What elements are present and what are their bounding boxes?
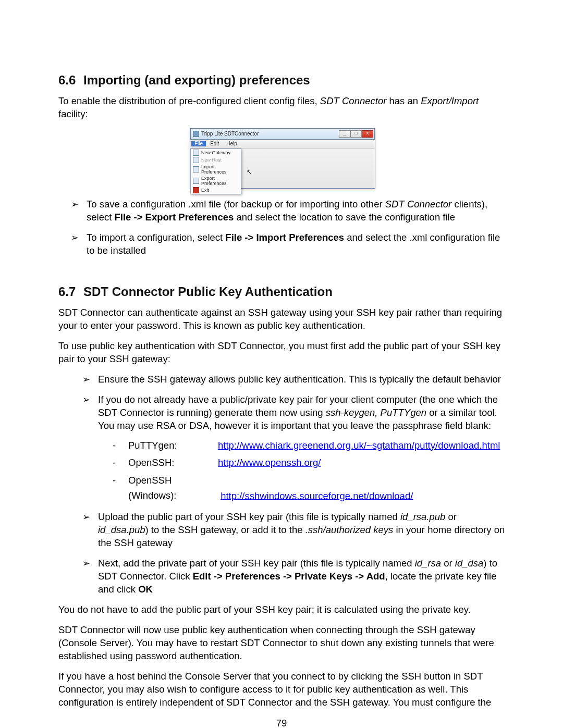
menubar: File Edit Help [190, 140, 375, 149]
text: Next, add the private part of your SSH k… [98, 558, 415, 569]
heading-number: 6.6 [58, 73, 83, 88]
menu-item-label: Export Preferences [201, 176, 239, 186]
menu-item-label: Exit [201, 188, 209, 193]
menu-item-new-gateway[interactable]: New Gateway [191, 149, 241, 156]
figure-sdtconnector-window: Tripp Lite SDTConnector _ □ X File Edit … [190, 128, 375, 189]
menu-item-label: New Host [201, 157, 222, 163]
app-icon [193, 131, 199, 137]
menu-item-label: Import Preferences [201, 164, 239, 175]
paragraph-6-7-1: SDT Connector can authenticate against a… [58, 306, 507, 332]
menu-file[interactable]: File [191, 141, 206, 146]
text-bold: Edit -> Preferences -> Private Keys -> A… [193, 571, 385, 582]
window-controls: _ □ X [339, 130, 373, 138]
text: To save a configuration .xml file (for b… [87, 199, 385, 209]
menu-help[interactable]: Help [223, 141, 240, 146]
link-openssh[interactable]: http://www.openssh.org/ [218, 457, 321, 468]
menu-item-new-host: New Host [191, 156, 241, 164]
link-puttygen[interactable]: http://www.chiark.greenend.org.uk/~sgtat… [218, 440, 500, 451]
text: Upload the public part of your SSH key p… [98, 511, 400, 522]
link-row-openssh: OpenSSH:http://www.openssh.org/ [113, 455, 507, 471]
bullets-6-6: To save a configuration .xml file (for b… [58, 198, 507, 257]
text-italic: id_rsa.pub [400, 511, 445, 522]
text: To enable the distribution of pre-config… [58, 95, 320, 106]
paragraph-post-1: You do not have to add the public part o… [58, 603, 507, 616]
text-italic: SDT Connector [385, 199, 452, 209]
text-italic: id_rsa [415, 558, 441, 569]
app-window: Tripp Lite SDTConnector _ □ X File Edit … [190, 128, 375, 189]
gateway-icon [193, 150, 199, 156]
window-title: Tripp Lite SDTConnector [201, 131, 337, 137]
host-icon [193, 157, 199, 163]
export-icon [193, 178, 199, 184]
heading-6-7: 6.7SDT Connector Public Key Authenticati… [58, 285, 507, 299]
link-row-puttygen: PuTTYgen:http://www.chiark.greenend.org.… [113, 438, 507, 453]
bullet-import: To import a configuration, select File -… [74, 231, 507, 257]
text-bold: OK [138, 584, 153, 595]
menu-item-label: New Gateway [201, 150, 230, 155]
import-icon [193, 166, 199, 172]
document-page: 6.6Importing (and exporting) preferences… [0, 0, 563, 728]
maximize-button[interactable]: □ [350, 130, 362, 138]
text: or [441, 558, 455, 569]
intro-paragraph-6-6: To enable the distribution of pre-config… [58, 95, 507, 121]
heading-number: 6.7 [58, 285, 83, 299]
text-italic: .ssh/authorized keys [305, 524, 394, 535]
link-openssh-windows[interactable]: http://sshwindows.sourceforge.net/downlo… [221, 490, 413, 501]
text: facility: [58, 108, 88, 119]
text: ) to the SSH gateway, or add it to the [145, 524, 305, 535]
text-italic: id_dsa [455, 558, 484, 569]
cursor-icon: ↖ [247, 168, 252, 176]
exit-icon [193, 187, 199, 193]
paragraph-post-3: If you have a host behind the Console Se… [58, 670, 507, 709]
menu-edit[interactable]: Edit [207, 141, 222, 146]
window-client-area: New Gateway New Host Import Preferences … [190, 149, 375, 188]
tool-links: PuTTYgen:http://www.chiark.greenend.org.… [98, 438, 507, 503]
bullet-add-private: Next, add the private part of your SSH k… [85, 557, 507, 596]
window-titlebar: Tripp Lite SDTConnector _ □ X [190, 128, 375, 140]
bullet-generate-keypair: If you do not already have a public/priv… [85, 393, 507, 503]
text: has an [386, 95, 421, 106]
text-italic: SDT Connector [320, 95, 387, 106]
bullet-upload-public: Upload the public part of your SSH key p… [85, 511, 507, 550]
close-button[interactable]: X [362, 130, 373, 138]
text-bold: File -> Export Preferences [114, 212, 234, 223]
text-italic: id_dsa.pub [98, 524, 145, 535]
bullet-export: To save a configuration .xml file (for b… [74, 198, 507, 224]
paragraph-6-7-2: To use public key authentication with SD… [58, 340, 507, 366]
minimize-button[interactable]: _ [339, 130, 350, 138]
heading-title: Importing (and exporting) preferences [83, 73, 310, 87]
heading-title: SDT Connector Public Key Authentication [83, 285, 333, 299]
file-menu-dropdown: New Gateway New Host Import Preferences … [190, 149, 241, 194]
text: To import a configuration, select [87, 232, 225, 243]
menu-item-import-preferences[interactable]: Import Preferences [191, 164, 241, 175]
menu-item-exit[interactable]: Exit [191, 187, 241, 194]
link-label: OpenSSH: [128, 455, 218, 471]
bullet-allow-pubkey: Ensure the SSH gateway allows public key… [85, 373, 507, 386]
text-italic: ssh-keygen, PuTTYgen [326, 407, 426, 418]
text-bold: File -> Import Preferences [225, 232, 344, 243]
link-row-openssh-windows: OpenSSH (Windows): http://sshwindows.sou… [113, 473, 507, 503]
paragraph-post-2: SDT Connector will now use public key au… [58, 624, 507, 663]
menu-item-export-preferences[interactable]: Export Preferences [191, 175, 241, 187]
text: or [445, 511, 457, 522]
bullets-6-7: Ensure the SSH gateway allows public key… [58, 373, 507, 596]
link-label: OpenSSH (Windows): [128, 473, 218, 503]
link-label: PuTTYgen: [128, 438, 218, 453]
text: and select the location to save the conf… [234, 212, 455, 223]
heading-6-6: 6.6Importing (and exporting) preferences [58, 73, 507, 88]
page-number: 79 [0, 718, 563, 728]
text-italic: Export/Import [421, 95, 479, 106]
